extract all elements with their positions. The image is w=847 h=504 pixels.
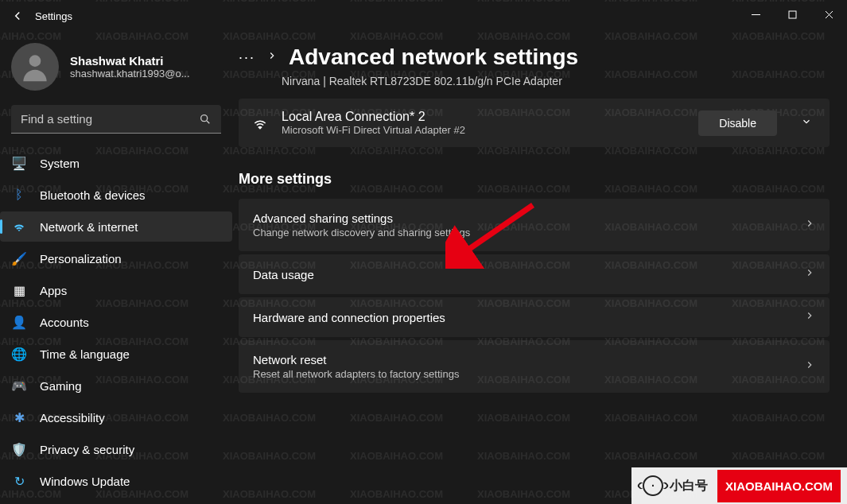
sidebar-item-personalization[interactable]: 🖌️ Personalization: [0, 243, 232, 273]
card-advanced-sharing[interactable]: Advanced sharing settings Change network…: [239, 199, 830, 251]
logo-text-en: XIAOBAIHAO.COM: [717, 470, 841, 502]
card-network-reset[interactable]: Network reset Reset all network adapters…: [239, 340, 830, 393]
adapter-description: Microsoft Wi-Fi Direct Virtual Adapter #…: [282, 124, 465, 136]
profile-name: Shashwat Khatri: [70, 54, 190, 68]
sidebar-item-privacy[interactable]: 🛡️ Privacy & security: [0, 434, 232, 464]
card-desc: Change network discovery and sharing set…: [253, 227, 470, 238]
svg-point-5: [201, 114, 208, 121]
chevron-right-icon: [804, 359, 815, 374]
logo-text-cn: 小白号: [670, 478, 708, 494]
chevron-right-icon: [804, 267, 815, 281]
breadcrumb-overflow[interactable]: ···: [239, 49, 255, 66]
sidebar-item-system[interactable]: 🖥️ System: [0, 148, 232, 178]
adapter-name: Local Area Connection* 2: [282, 110, 465, 124]
sidebar-item-label: Accounts: [40, 316, 89, 329]
chevron-right-icon: [266, 50, 278, 64]
brush-icon: 🖌️: [11, 250, 27, 266]
sidebar-item-label: Personalization: [40, 252, 122, 266]
gaming-icon: 🎮: [11, 378, 27, 394]
sidebar-item-gaming[interactable]: 🎮 Gaming: [0, 370, 232, 401]
adapter-description: Nirvana | Realtek RTL8723DE 802.11b/g/n …: [239, 75, 830, 87]
minimize-button[interactable]: [737, 2, 774, 27]
chevron-right-icon: [804, 218, 815, 232]
sidebar-item-label: Apps: [40, 284, 67, 297]
profile-block[interactable]: Shashwat Khatri shashwat.khatri1993@o...: [0, 32, 232, 105]
bluetooth-icon: ᛒ: [11, 187, 27, 203]
system-icon: 🖥️: [11, 155, 27, 171]
person-icon: 👤: [11, 314, 27, 330]
sidebar-item-label: Privacy & security: [40, 443, 134, 456]
wifi-icon: [11, 219, 27, 235]
sidebar-item-time[interactable]: 🌐 Time & language: [0, 339, 232, 369]
content-area: ··· Advanced network settings Nirvana | …: [239, 32, 847, 504]
card-title: Data usage: [253, 268, 314, 281]
maximize-button[interactable]: [774, 2, 810, 27]
sidebar-item-update[interactable]: ↻ Windows Update: [0, 466, 232, 496]
sidebar-item-label: Network & internet: [40, 220, 138, 234]
sidebar-item-accounts[interactable]: 👤 Accounts: [0, 307, 232, 337]
sidebar-item-label: Time & language: [40, 347, 130, 361]
window-title: Settings: [35, 10, 72, 22]
back-button[interactable]: [0, 0, 35, 32]
wifi-icon: [251, 115, 269, 131]
card-title: Hardware and connection properties: [253, 311, 445, 324]
update-icon: ↻: [11, 473, 27, 489]
sidebar-item-bluetooth[interactable]: ᛒ Bluetooth & devices: [0, 180, 232, 210]
search-box[interactable]: [11, 105, 221, 134]
svg-point-4: [29, 55, 41, 67]
close-button[interactable]: [810, 2, 847, 27]
card-title: Network reset: [253, 353, 459, 366]
sidebar-item-label: Windows Update: [40, 475, 130, 488]
card-hardware[interactable]: Hardware and connection properties: [239, 297, 830, 337]
page-title: Advanced network settings: [289, 45, 578, 70]
accessibility-icon: ✱: [11, 409, 27, 425]
globe-icon: 🌐: [11, 346, 27, 362]
card-data-usage[interactable]: Data usage: [239, 254, 830, 294]
avatar: [11, 43, 59, 91]
sidebar-item-label: Accessibility: [40, 411, 105, 425]
svg-rect-1: [789, 11, 796, 18]
card-title: Advanced sharing settings: [253, 211, 470, 225]
search-input[interactable]: [21, 112, 199, 126]
adapter-row[interactable]: Local Area Connection* 2 Microsoft Wi-Fi…: [239, 99, 830, 147]
search-icon: [199, 113, 212, 126]
card-desc: Reset all network adapters to factory se…: [253, 368, 459, 380]
sidebar-item-label: System: [40, 157, 80, 170]
sidebar-item-label: Gaming: [40, 379, 82, 393]
shield-icon: 🛡️: [11, 441, 27, 457]
sidebar-item-accessibility[interactable]: ✱ Accessibility: [0, 402, 232, 432]
svg-line-6: [207, 121, 209, 123]
more-settings-heading: More settings: [239, 171, 830, 188]
apps-icon: ▦: [11, 282, 27, 298]
sidebar-item-label: Bluetooth & devices: [40, 188, 146, 202]
sidebar-item-apps[interactable]: ▦ Apps: [0, 275, 232, 305]
sidebar: Shashwat Khatri shashwat.khatri1993@o...…: [0, 32, 239, 504]
sidebar-item-network[interactable]: Network & internet: [0, 211, 232, 242]
logo-icon: ·: [643, 475, 663, 496]
chevron-down-icon[interactable]: [790, 116, 817, 130]
profile-email: shashwat.khatri1993@o...: [70, 68, 190, 79]
watermark-logo: · 小白号 XIAOBAIHAO.COM: [631, 467, 847, 504]
chevron-right-icon: [804, 310, 815, 324]
disable-button[interactable]: Disable: [698, 110, 777, 136]
